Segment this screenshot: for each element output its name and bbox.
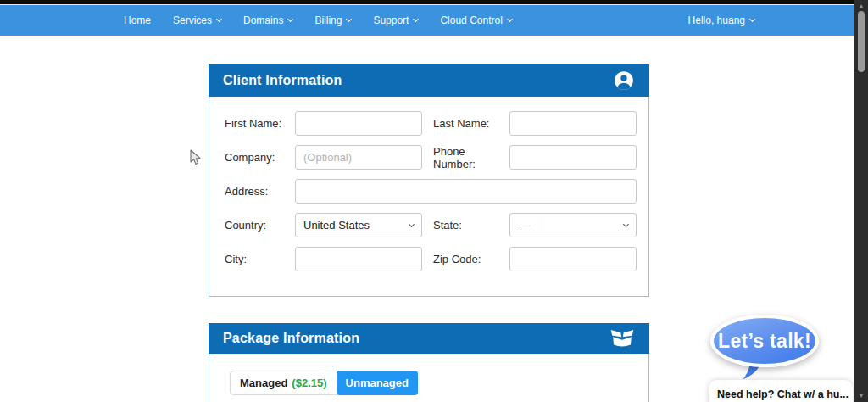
nav-items: Home Services Domains Billing Support Cl… <box>124 14 512 26</box>
client-information-header: Client Information <box>209 64 649 97</box>
package-type-tabs: Managed ($2.15) Unmanaged <box>230 371 418 395</box>
nav-item-billing[interactable]: Billing <box>314 14 351 26</box>
chevron-down-icon <box>413 16 419 22</box>
open-box-icon <box>609 328 635 349</box>
country-select[interactable]: United States <box>295 213 422 237</box>
form-row: Company: Phone Number: <box>225 145 648 170</box>
managed-tab-label: Managed <box>240 377 287 389</box>
last-name-label: Last Name: <box>433 117 509 130</box>
scroll-up-arrow-icon[interactable]: ▲ <box>854 2 868 10</box>
scroll-down-arrow-icon[interactable]: ▼ <box>854 392 868 400</box>
zip-code-input[interactable] <box>509 247 637 271</box>
main-nav: Home Services Domains Billing Support Cl… <box>0 4 868 36</box>
phone-number-label: Phone Number: <box>433 145 509 170</box>
phone-number-input[interactable] <box>509 145 637 170</box>
nav-item-home[interactable]: Home <box>124 14 151 26</box>
form-row: First Name: Last Name: <box>225 111 648 136</box>
scrollbar-thumb[interactable] <box>858 11 865 72</box>
city-label: City: <box>225 253 295 265</box>
client-information-body: First Name: Last Name: Company: Phone Nu… <box>209 97 649 297</box>
chevron-down-icon <box>749 16 755 22</box>
managed-tab-price: ($2.15) <box>292 377 326 389</box>
nav-user-menu[interactable]: Hello, huang <box>688 5 754 36</box>
package-information-panel: Package Information Managed ($2.15) Unma… <box>209 323 649 402</box>
chevron-down-icon <box>409 221 415 226</box>
unmanaged-tab[interactable]: Unmanaged <box>337 371 418 395</box>
chat-launcher-bubble[interactable]: Let’s talk! <box>710 315 819 367</box>
nav-item-services[interactable]: Services <box>173 14 221 26</box>
address-input[interactable] <box>295 179 637 204</box>
form-row: Country: United States State: — <box>225 213 648 237</box>
chevron-down-icon <box>346 16 352 22</box>
page: Home Services Domains Billing Support Cl… <box>0 0 868 402</box>
package-information-header: Package Information <box>209 323 649 354</box>
last-name-input[interactable] <box>509 111 637 136</box>
nav-item-label: Cloud Control <box>440 14 502 26</box>
chat-bubble-text: Let’s talk! <box>718 330 811 353</box>
nav-item-support[interactable]: Support <box>373 14 418 26</box>
first-name-label: First Name: <box>225 117 295 130</box>
chat-helper-text: Need help? Chat w/ a hu... <box>717 388 849 400</box>
city-input[interactable] <box>295 247 422 271</box>
managed-tab[interactable]: Managed ($2.15) <box>230 371 337 395</box>
account-circle-icon <box>613 70 635 92</box>
state-label: State: <box>433 219 509 232</box>
chevron-down-icon <box>507 16 513 22</box>
mouse-cursor-icon <box>190 149 201 165</box>
address-label: Address: <box>225 185 295 198</box>
country-label: Country: <box>225 219 295 232</box>
form-row: City: Zip Code: <box>225 247 648 271</box>
nav-item-label: Domains <box>243 14 283 26</box>
nav-item-label: Home <box>124 14 151 26</box>
nav-item-label: Billing <box>314 14 342 26</box>
form-row: Address: <box>225 179 648 204</box>
panel-title: Package Information <box>223 331 359 346</box>
client-information-panel: Client Information First Name: Last Name… <box>209 64 649 297</box>
chevron-down-icon <box>623 221 629 226</box>
first-name-input[interactable] <box>295 111 422 136</box>
company-input[interactable] <box>295 145 422 170</box>
state-select-value: — <box>518 219 529 232</box>
zip-code-label: Zip Code: <box>433 253 509 265</box>
chevron-down-icon <box>216 16 222 22</box>
chat-helper-card[interactable]: Need help? Chat w/ a hu... <box>709 380 853 402</box>
panel-title: Client Information <box>223 73 342 88</box>
nav-item-label: Support <box>373 14 409 26</box>
nav-item-cloud-control[interactable]: Cloud Control <box>440 14 511 26</box>
country-select-value: United States <box>303 219 370 232</box>
nav-item-domains[interactable]: Domains <box>243 14 292 26</box>
nav-item-label: Services <box>173 14 212 26</box>
package-information-body: Managed ($2.15) Unmanaged <box>209 354 649 402</box>
nav-user-label: Hello, huang <box>688 14 745 26</box>
chevron-down-icon <box>287 16 293 22</box>
company-label: Company: <box>225 151 295 164</box>
state-select[interactable]: — <box>509 213 637 237</box>
vertical-scrollbar[interactable]: ▲ ▼ <box>854 0 868 402</box>
